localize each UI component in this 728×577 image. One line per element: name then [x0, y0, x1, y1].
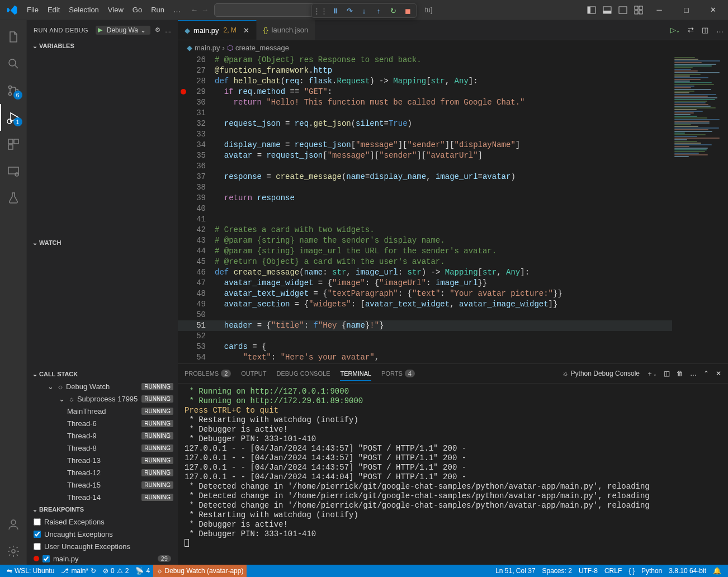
callstack-thread[interactable]: Thread-8RUNNING [27, 442, 178, 454]
breadcrumbs[interactable]: ◆ main.py › ⬡ create_message [178, 40, 728, 55]
code-line[interactable]: 27@functions_framework.http [178, 65, 672, 76]
tab-main[interactable]: ◆ main.py 2, M ✕ [178, 20, 257, 40]
terminal-select[interactable]: ☼Python Debug Console [562, 370, 640, 377]
code-line[interactable]: 46def create_message(name: str, image_ur… [178, 267, 672, 278]
activity-explorer[interactable] [0, 23, 27, 50]
bp-file[interactable]: main.py29 [27, 552, 178, 565]
activity-extensions[interactable] [0, 131, 27, 158]
code-line[interactable]: 53 cards = { [178, 342, 672, 352]
section-header-breakpoints[interactable]: ⌄BREAKPOINTS [27, 503, 178, 515]
split-editor-icon[interactable]: ◫ [702, 26, 708, 34]
code-line[interactable]: 34 display_name = request_json["message"… [178, 140, 672, 150]
checkbox[interactable] [34, 518, 41, 526]
callstack-subprocess[interactable]: ⌄☼Subprocess 17995 RUNNING [27, 392, 178, 405]
activity-search[interactable] [0, 50, 27, 77]
status-notification-icon[interactable]: 🔔 [710, 567, 725, 575]
callstack-thread[interactable]: Thread-15RUNNING [27, 479, 178, 491]
minimap[interactable] [672, 55, 728, 363]
menu-edit[interactable]: Edit [43, 0, 64, 20]
breadcrumb-file[interactable]: main.py [195, 44, 220, 52]
maximize-icon[interactable]: ◻ [673, 0, 699, 20]
run-play-icon[interactable]: ▷⌄ [670, 26, 680, 34]
menu-go[interactable]: Go [128, 0, 146, 20]
section-header-callstack[interactable]: ⌄CALL STACK [27, 368, 178, 380]
code-line[interactable]: 50 [178, 310, 672, 320]
section-header-variables[interactable]: ⌄VARIABLES [27, 40, 178, 52]
code-line[interactable]: 32 request_json = req.get_json(silent=Tr… [178, 119, 672, 129]
debug-settings-icon[interactable]: ⚙ [155, 26, 160, 34]
checkbox[interactable] [34, 543, 41, 550]
debug-config-select[interactable]: ▶ Debug Wa ⌄ [96, 26, 150, 35]
tab-launch[interactable]: {} launch.json [257, 20, 315, 40]
bp-uncaught[interactable]: Uncaught Exceptions [27, 528, 178, 540]
activity-settings[interactable] [0, 538, 27, 565]
code-line[interactable]: 29 if req.method == "GET": [178, 87, 672, 97]
diff-icon[interactable]: ⇄ [688, 26, 694, 34]
breadcrumb-symbol[interactable]: create_message [235, 44, 289, 52]
panel-tab-problems[interactable]: PROBLEMS2 [185, 367, 231, 380]
code-line[interactable]: 52 [178, 331, 672, 342]
step-into-icon[interactable]: ↓ [359, 5, 369, 16]
code-line[interactable]: 28def hello_chat(req: flask.Request) -> … [178, 76, 672, 87]
code-line[interactable]: 36 [178, 161, 672, 172]
split-terminal-icon[interactable]: ◫ [664, 370, 670, 377]
code-content[interactable]: 26# @param {Object} res Response to send… [178, 55, 672, 363]
status-debug-session[interactable]: ☼ Debug Watch (avatar-app) [153, 565, 247, 577]
activity-debug[interactable]: 1 [0, 104, 27, 131]
status-problems[interactable]: ⊘0 ⚠2 [100, 567, 132, 575]
status-eol[interactable]: CRLF [601, 567, 625, 575]
status-branch[interactable]: ⎇main* ↻ [58, 567, 100, 575]
callstack-thread[interactable]: Thread-14RUNNING [27, 491, 178, 503]
code-line[interactable]: 31 [178, 108, 672, 119]
code-line[interactable]: 49 avatar_section = {"widgets": [avatar_… [178, 299, 672, 310]
callstack-thread[interactable]: Thread-13RUNNING [27, 454, 178, 466]
panel-more-icon[interactable]: … [690, 370, 697, 377]
status-cursor[interactable]: Ln 51, Col 37 [492, 567, 538, 575]
nav-forward-icon[interactable]: → [201, 6, 209, 14]
section-header-watch[interactable]: ⌄WATCH [27, 237, 178, 249]
menu-view[interactable]: View [103, 0, 128, 20]
debug-more-icon[interactable]: … [165, 27, 171, 34]
bp-raised[interactable]: Raised Exceptions [27, 515, 178, 528]
bp-user-uncaught[interactable]: User Uncaught Exceptions [27, 540, 178, 552]
code-line[interactable]: 37 response = create_message(name=displa… [178, 172, 672, 182]
code-line[interactable]: 35 avatar = request_json["message"]["sen… [178, 150, 672, 161]
new-terminal-icon[interactable]: ＋⌄ [646, 369, 657, 379]
customize-layout-icon[interactable] [631, 0, 646, 20]
status-ports[interactable]: 📡4 [132, 567, 153, 575]
editor-body[interactable]: 26# @param {Object} res Response to send… [178, 55, 728, 363]
debug-config-label[interactable]: Debug Wa ⌄ [105, 26, 148, 34]
status-remote[interactable]: ⇋WSL: Ubuntu [3, 567, 58, 575]
callstack-session[interactable]: ⌄☼Debug Watch RUNNING [27, 380, 178, 392]
code-line[interactable]: 40 [178, 204, 672, 214]
layout-toggle-primary-icon[interactable] [584, 0, 599, 20]
menu-selection[interactable]: Selection [64, 0, 103, 20]
panel-tab-ports[interactable]: PORTS4 [381, 367, 415, 380]
code-line[interactable]: 33 [178, 129, 672, 140]
code-line[interactable]: 38 [178, 182, 672, 193]
callstack-thread[interactable]: Thread-9RUNNING [27, 429, 178, 442]
code-line[interactable]: 55 "cardsV2": [ [178, 363, 672, 363]
menu-file[interactable]: File [22, 0, 43, 20]
close-tab-icon[interactable]: ✕ [243, 26, 249, 35]
status-interpreter[interactable]: 3.8.10 64-bit [665, 567, 710, 575]
menu-run[interactable]: Run [146, 0, 169, 20]
layout-toggle-secondary-icon[interactable] [615, 0, 631, 20]
activity-scm[interactable]: 6 [0, 77, 27, 104]
callstack-thread[interactable]: MainThreadRUNNING [27, 405, 178, 417]
status-encoding[interactable]: UTF-8 [575, 567, 601, 575]
code-line[interactable]: 51 header = {"title": f"Hey {name}!"} [178, 320, 672, 331]
menu-more[interactable]: … [169, 0, 185, 20]
callstack-thread[interactable]: Thread-12RUNNING [27, 466, 178, 479]
code-line[interactable]: 47 avatar_image_widget = {"image": {"ima… [178, 278, 672, 288]
restart-icon[interactable]: ↻ [388, 5, 398, 16]
step-over-icon[interactable]: ↷ [344, 5, 354, 16]
stop-icon[interactable]: ◼ [403, 5, 413, 16]
status-language[interactable]: { } Python [625, 567, 665, 575]
code-line[interactable]: 43# @param {string} name the sender's di… [178, 235, 672, 246]
start-debug-icon[interactable]: ▶ [98, 26, 102, 34]
pause-icon[interactable]: ⏸ [330, 5, 340, 16]
step-out-icon[interactable]: ↑ [374, 5, 384, 16]
activity-remote[interactable] [0, 158, 27, 185]
panel-maximize-icon[interactable]: ⌃ [703, 370, 709, 377]
